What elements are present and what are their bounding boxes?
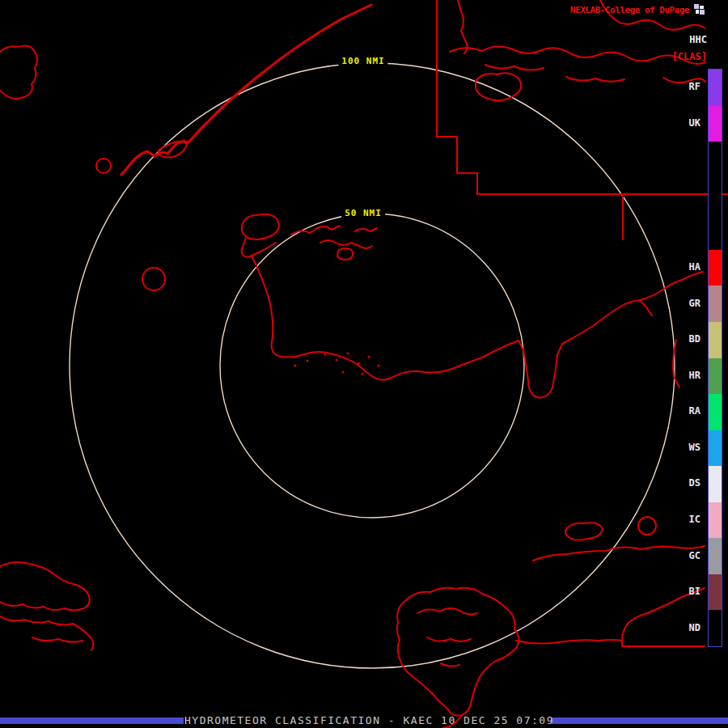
legend-segment-gc (709, 538, 722, 574)
coastline-peninsula (518, 341, 562, 398)
ring-label-100nmi: 100 NMI (338, 55, 387, 67)
coast-squiggle-2 (320, 240, 372, 248)
brand-text: NEXLAB-College of DuPage (570, 5, 689, 15)
coastline-southwest-3 (32, 637, 83, 642)
coastline-main-south (252, 257, 518, 380)
legend-segment-ic (709, 502, 722, 539)
legend-segment-empty-4 (709, 214, 722, 250)
island-south-detail-1 (417, 608, 477, 615)
island-central (242, 214, 279, 239)
legend-label-ic: IC (689, 514, 700, 525)
legend-label-ds: DS (689, 477, 700, 489)
coastline-topright-2 (485, 65, 544, 70)
ring-label-50nmi: 50 NMI (341, 207, 385, 219)
island-ring-3 (638, 517, 656, 535)
map-outlines (0, 0, 727, 728)
boundary-staircase (437, 0, 727, 194)
coastline-topright-main (450, 46, 705, 63)
island-topright (476, 73, 521, 100)
legend-segment-bi (709, 574, 722, 611)
coast-topright-vert (458, 0, 468, 53)
legend-segment-empty-3 (709, 178, 722, 214)
legend-segment-empty-2 (709, 142, 722, 178)
coast-squiggle-1 (291, 226, 340, 235)
coast-squiggle-3 (354, 228, 377, 231)
legend-label-nd: ND (689, 622, 700, 633)
legend-segment-ra (709, 394, 722, 430)
footer-bar-right (551, 717, 728, 724)
legend-label-bd: BD (689, 333, 700, 345)
legend-label-ha: HA (689, 261, 700, 273)
classification-tag: [CLAS] (672, 51, 707, 62)
legend-label-uk: UK (689, 117, 700, 129)
legend-segment-hr (709, 358, 722, 395)
island-topleft (0, 45, 37, 98)
radar-display: 100 NMI 50 NMI NEXLAB-College of DuPage … (0, 0, 728, 728)
coast-connector (242, 238, 276, 257)
legend-label-ra: RA (689, 405, 700, 417)
legend-segment-nd (709, 610, 722, 646)
coastline-northeast (562, 272, 703, 344)
island-south-detail-2 (427, 637, 471, 641)
island-south-outline (397, 588, 519, 716)
lake-southeast (565, 523, 603, 540)
coastline-southwest-2 (0, 616, 93, 650)
legend-label-rf: RF (689, 81, 700, 92)
legend-segment-ds (709, 466, 722, 502)
island-south-detail-3 (441, 663, 459, 667)
legend-segment-gr (709, 286, 722, 322)
legend-label-ws: WS (689, 442, 700, 453)
legend-segment-ws (709, 430, 722, 467)
island-ring-2 (142, 268, 165, 290)
coastline-southwest-1 (0, 562, 90, 610)
product-code: HHC (689, 34, 707, 45)
legend-label-hr: HR (689, 370, 700, 381)
coast-branch-east (640, 300, 652, 315)
legend-label-bi: BI (689, 586, 700, 597)
legend-segment-ha (709, 250, 722, 286)
coastline-southeast (533, 546, 705, 561)
range-ring-50nmi (220, 214, 524, 518)
legend-label-gc: GC (689, 550, 700, 561)
cod-logo-icon (693, 3, 705, 15)
legend-segment-bd (709, 322, 722, 358)
islet-central (337, 248, 353, 260)
legend-label-gr: GR (689, 298, 700, 309)
footer-bar-left (0, 717, 184, 724)
legend-segment-uk (709, 106, 722, 142)
coastline-topright-4 (566, 77, 624, 82)
footer-title: HYDROMETEOR CLASSIFICATION - KAEC 10 DEC… (184, 714, 550, 726)
island-ring-1 (96, 159, 111, 173)
legend-bar (708, 69, 722, 647)
radar-map (0, 0, 728, 728)
legend-segment-rf (709, 70, 722, 106)
coast-connector-southeast (516, 640, 622, 644)
